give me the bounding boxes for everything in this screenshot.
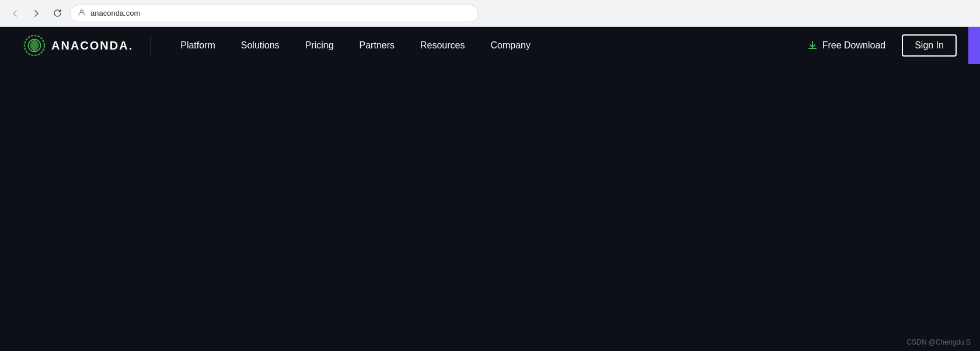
browser-chrome: anaconda.com bbox=[0, 0, 980, 27]
navbar-actions: Free Download Sign In bbox=[800, 34, 957, 57]
nav-item-solutions[interactable]: Solutions bbox=[229, 36, 291, 55]
nav-item-resources[interactable]: Resources bbox=[409, 36, 476, 55]
watermark-text: CSDN @Chengdu.S bbox=[906, 338, 971, 346]
anaconda-logo-icon bbox=[23, 34, 46, 57]
nav-item-platform[interactable]: Platform bbox=[169, 36, 227, 55]
free-download-button[interactable]: Free Download bbox=[800, 36, 893, 55]
nav-item-company[interactable]: Company bbox=[479, 36, 542, 55]
address-bar[interactable]: anaconda.com bbox=[70, 5, 479, 22]
reload-button[interactable] bbox=[49, 5, 65, 22]
free-download-label: Free Download bbox=[822, 40, 886, 51]
download-icon bbox=[807, 40, 818, 51]
purple-cta-strip[interactable] bbox=[968, 27, 980, 64]
navbar-nav: Platform Solutions Pricing Partners Reso… bbox=[169, 36, 800, 55]
sign-in-label: Sign In bbox=[915, 40, 944, 50]
website: ANACONDA. Platform Solutions Pricing Par… bbox=[0, 27, 980, 351]
main-content: CSDN @Chengdu.S bbox=[0, 64, 980, 351]
url-text: anaconda.com bbox=[90, 9, 140, 17]
nav-item-partners[interactable]: Partners bbox=[348, 36, 406, 55]
forward-button[interactable] bbox=[28, 5, 44, 22]
sign-in-button[interactable]: Sign In bbox=[902, 34, 957, 57]
address-icon bbox=[78, 8, 86, 18]
logo-text: ANACONDA. bbox=[51, 39, 133, 52]
navbar-divider bbox=[151, 35, 151, 56]
nav-item-pricing[interactable]: Pricing bbox=[294, 36, 346, 55]
logo[interactable]: ANACONDA. bbox=[23, 34, 133, 57]
back-button[interactable] bbox=[7, 5, 23, 22]
navbar: ANACONDA. Platform Solutions Pricing Par… bbox=[0, 27, 980, 64]
